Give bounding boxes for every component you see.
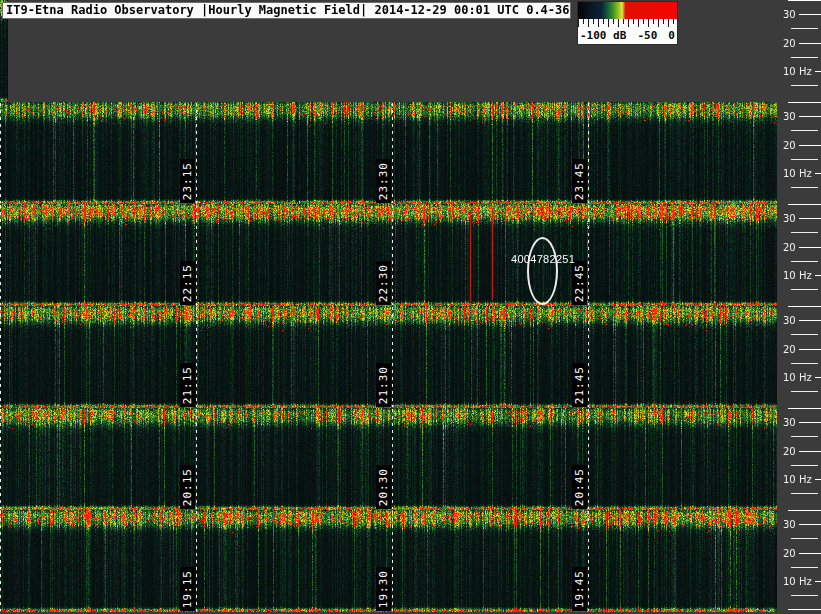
- frequency-axis: 302010 Hz: [777, 510, 821, 612]
- colorbar-labels: -100 dB -50 0: [578, 29, 677, 42]
- freq-tick-line: [815, 377, 821, 378]
- time-gridline: [392, 307, 393, 407]
- freq-axis-label: 20: [783, 242, 796, 253]
- time-gridline: [392, 103, 393, 203]
- colorbar-max-label: 0: [668, 29, 675, 42]
- time-gridline: [392, 205, 393, 305]
- time-gridline: [392, 511, 393, 611]
- hour-start-gridline: [0, 511, 1, 611]
- freq-tick-row: 10 Hz: [783, 269, 821, 282]
- time-gridline: [196, 409, 197, 509]
- freq-minor-tick: [791, 85, 818, 86]
- frequency-axis: 302010 Hz: [777, 0, 821, 102]
- time-label: 23:15: [180, 159, 195, 203]
- freq-axis-label: 30: [783, 213, 796, 224]
- freq-minor-tick: [791, 57, 818, 58]
- freq-axis-label: 30: [783, 9, 796, 20]
- colorbar-ticks: [578, 19, 677, 29]
- freq-axis-label: 30: [783, 417, 796, 428]
- freq-minor-tick: [791, 465, 818, 466]
- time-label: 22:45: [572, 261, 587, 305]
- freq-axis-label: 10 Hz: [783, 168, 812, 179]
- freq-axis-label: 20: [783, 344, 796, 355]
- time-gridline: [588, 307, 589, 407]
- colorbar-mid-label: -50: [637, 29, 657, 42]
- freq-tick-line: [815, 581, 821, 582]
- colorbar-legend: -100 dB -50 0: [577, 1, 678, 45]
- event-id-label: 4004782251: [511, 253, 575, 265]
- time-label: 20:15: [180, 465, 195, 509]
- freq-minor-tick: [791, 334, 818, 335]
- freq-minor-tick: [791, 391, 818, 392]
- freq-tick-row: 30: [783, 518, 821, 531]
- freq-tick-line: [799, 553, 821, 554]
- freq-axis-label: 10 Hz: [783, 372, 812, 383]
- freq-tick-row: 30: [783, 110, 821, 123]
- freq-minor-tick: [791, 595, 818, 596]
- time-label: 21:15: [180, 363, 195, 407]
- colorbar-min-label: -100 dB: [580, 29, 626, 42]
- time-label: 19:45: [572, 567, 587, 611]
- freq-tick-row: 30: [783, 212, 821, 225]
- freq-tick-line: [799, 349, 821, 350]
- time-label: 20:45: [572, 465, 587, 509]
- freq-minor-tick: [791, 538, 818, 539]
- freq-tick-row: 10 Hz: [783, 575, 821, 588]
- freq-minor-tick: [791, 567, 818, 568]
- time-gridline: [588, 103, 589, 203]
- spectrogram-strip: 19:1519:3019:45: [0, 510, 777, 612]
- title-text: IT9-Etna Radio Observatory |Hourly Magne…: [6, 3, 571, 17]
- freq-tick-row: 20: [783, 241, 821, 254]
- time-label: 19:30: [376, 567, 391, 611]
- time-gridline: [588, 205, 589, 305]
- freq-tick-line: [799, 116, 821, 117]
- freq-tick-line: [799, 14, 821, 15]
- time-gridline: [392, 409, 393, 509]
- freq-tick-line: [799, 422, 821, 423]
- freq-minor-tick: [791, 363, 818, 364]
- spectrogram-strip: 20:1520:3020:45: [0, 408, 777, 510]
- hour-start-gridline: [0, 103, 1, 203]
- frequency-axis: 302010 Hz: [777, 306, 821, 408]
- time-gridline: [196, 307, 197, 407]
- time-label: 23:30: [376, 159, 391, 203]
- freq-tick-line: [815, 173, 821, 174]
- app-window: 302010 Hz23:1523:3023:45302010 Hz22:1522…: [0, 0, 821, 614]
- freq-tick-line: [815, 71, 821, 72]
- axis-boundary-tick: [788, 408, 821, 409]
- time-label: 21:45: [572, 363, 587, 407]
- spectrogram-strip: 21:1521:3021:45: [0, 306, 777, 408]
- freq-minor-tick: [791, 187, 818, 188]
- freq-tick-row: 10 Hz: [783, 371, 821, 384]
- freq-minor-tick: [791, 261, 818, 262]
- title-bar: IT9-Etna Radio Observatory |Hourly Magne…: [2, 2, 571, 19]
- freq-axis-label: 10 Hz: [783, 270, 812, 281]
- time-label: 19:15: [180, 567, 195, 611]
- freq-tick-row: 30: [783, 8, 821, 21]
- freq-tick-line: [815, 479, 821, 480]
- colorbar-gradient: [578, 2, 677, 19]
- freq-tick-row: 10 Hz: [783, 65, 821, 78]
- freq-axis-label: 20: [783, 38, 796, 49]
- axis-boundary-tick: [788, 204, 821, 205]
- freq-minor-tick: [791, 28, 818, 29]
- freq-tick-line: [815, 275, 821, 276]
- freq-tick-line: [799, 247, 821, 248]
- freq-axis-label: 20: [783, 548, 796, 559]
- hour-start-gridline: [0, 205, 1, 305]
- freq-minor-tick: [791, 289, 818, 290]
- time-label: 21:30: [376, 363, 391, 407]
- freq-minor-tick: [791, 159, 818, 160]
- freq-tick-row: 20: [783, 343, 821, 356]
- freq-tick-line: [799, 218, 821, 219]
- axis-boundary-tick: [788, 510, 821, 511]
- freq-axis-label: 10 Hz: [783, 66, 812, 77]
- time-label: 23:45: [572, 159, 587, 203]
- freq-axis-label: 10 Hz: [783, 576, 812, 587]
- freq-minor-tick: [791, 232, 818, 233]
- freq-axis-label: 20: [783, 446, 796, 457]
- freq-axis-label: 10 Hz: [783, 474, 812, 485]
- time-gridline: [588, 409, 589, 509]
- freq-tick-row: 20: [783, 139, 821, 152]
- axis-boundary-tick: [788, 306, 821, 307]
